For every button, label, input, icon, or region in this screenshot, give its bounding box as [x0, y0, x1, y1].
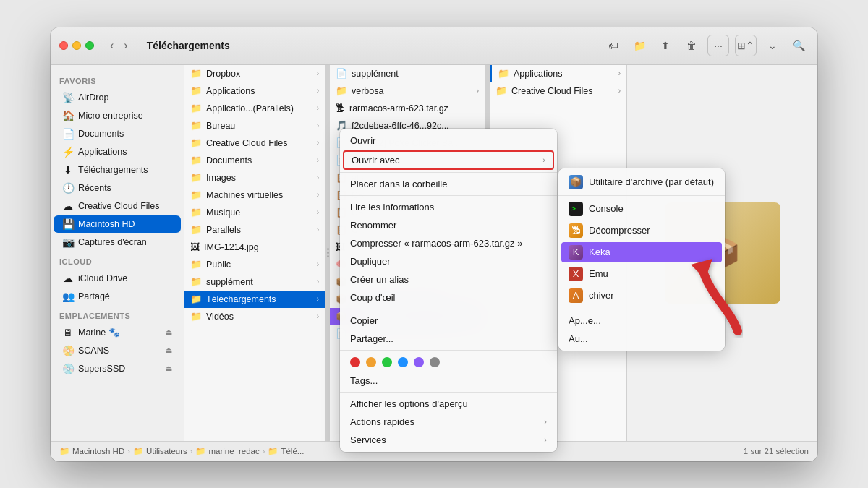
column-1: 📁Dropbox› 📁Applications› 📁Applicatio...(… [184, 65, 326, 441]
menu-item-open-with[interactable]: Ouvrir avec › [343, 150, 554, 170]
icloud-drive-icon: ☁ [62, 273, 74, 284]
menu-item-compress[interactable]: Compresser « rarmacos-arm-623.tar.gz » [340, 234, 557, 252]
chevron-down-icon[interactable]: ⌄ [762, 35, 783, 56]
list-item[interactable]: 📁Dropbox› [184, 65, 325, 82]
share-icon[interactable]: ⬆ [655, 35, 676, 56]
list-item[interactable]: 📁supplément› [184, 273, 325, 291]
back-button[interactable]: ‹ [106, 36, 118, 55]
menu-item-rename[interactable]: Renommer [340, 216, 557, 234]
folder-icon: 📁 [190, 155, 202, 166]
breadcrumb-item[interactable]: 📁 Télé... [268, 446, 304, 456]
submenu-item-keka[interactable]: K Keka [561, 242, 722, 262]
sidebar-item-icloud-drive[interactable]: ☁ iCloud Drive [54, 270, 181, 287]
menu-item-duplicate[interactable]: Dupliquer [340, 252, 557, 270]
sidebar-item-downloads[interactable]: ⬇ Téléchargements [54, 161, 181, 179]
fullscreen-button[interactable] [85, 41, 94, 50]
sidebar-item-label: Micro entreprise [78, 111, 143, 121]
folder-icon: 📁 [190, 207, 202, 218]
tag-red[interactable] [350, 357, 360, 367]
menu-item-share[interactable]: Partager... [340, 330, 557, 348]
submenu-item-ap[interactable]: Ap...e... [558, 312, 725, 330]
list-item[interactable]: 📁Musique› [184, 204, 325, 221]
sidebar-item-airdrop[interactable]: 📡 AirDrop [54, 89, 181, 106]
icloud-header: iCloud [51, 252, 184, 269]
tag-orange[interactable] [366, 357, 376, 367]
menu-item-open[interactable]: Ouvrir [340, 132, 557, 150]
trash-icon[interactable]: 🗑 [681, 35, 702, 56]
supersssd-icon: 💿 [62, 363, 74, 374]
archive-icon: 🗜 [336, 103, 345, 114]
menu-item-services[interactable]: Services › [340, 431, 557, 449]
menu-item-quicklook[interactable]: Coup d'œil [340, 288, 557, 307]
list-item[interactable]: 📁Applications› [490, 65, 626, 82]
minimize-button[interactable] [72, 41, 81, 50]
sidebar-item-scans[interactable]: 📀 SCANS ⏏ [54, 342, 181, 359]
sidebar-item-micro[interactable]: 🏠 Micro entreprise [54, 107, 181, 124]
breadcrumb-item[interactable]: 📁 Macintosh HD [59, 446, 124, 456]
list-item[interactable]: 🖼IMG-1214.jpg [184, 239, 325, 256]
list-item[interactable]: 📁Documents› [184, 152, 325, 169]
submenu-item-au[interactable]: Au... [558, 330, 725, 348]
submenu-item-decompress[interactable]: 🗜 Décompresser [558, 220, 725, 241]
sidebar-item-supersssd[interactable]: 💿 SupersSSD ⏏ [54, 360, 181, 377]
list-item[interactable]: 📁Public› [184, 256, 325, 273]
search-icon[interactable]: 🔍 [788, 35, 809, 56]
folder-icon: 📁 [190, 276, 202, 287]
finder-window: ‹ › Téléchargements 🏷 📁 ⬆ 🗑 ··· ⊞⌃ ⌄ 🔍 F… [51, 27, 817, 461]
sidebar-item-macintosh-hd[interactable]: 💾 Macintosh HD [54, 215, 181, 233]
folder-icon[interactable]: 📁 [629, 35, 650, 56]
doc-icon: 📄 [336, 68, 347, 79]
selection-count: 1 sur 21 sélection [744, 447, 809, 455]
list-item[interactable]: 🗜rarmacos-arm-623.tar.gz [330, 100, 485, 117]
tag-gray[interactable] [430, 357, 440, 367]
toolbar: ‹ › Téléchargements 🏷 📁 ⬆ 🗑 ··· ⊞⌃ ⌄ 🔍 [51, 27, 817, 65]
menu-item-trash[interactable]: Placer dans la corbeille [340, 175, 557, 193]
menu-item-quick-actions[interactable]: Actions rapides › [340, 413, 557, 431]
tag-green[interactable] [382, 357, 392, 367]
submenu-item-console[interactable]: >_ Console [558, 198, 725, 220]
tag-icon[interactable]: 🏷 [603, 35, 624, 56]
sidebar-item-documents[interactable]: 📄 Documents [54, 125, 181, 142]
list-item[interactable]: 📁Vidéos› [184, 308, 325, 325]
context-menu: Ouvrir Ouvrir avec › Placer dans la corb… [340, 129, 557, 452]
forward-button[interactable]: › [119, 36, 132, 55]
menu-item-tags[interactable]: Tags... [340, 372, 557, 390]
menu-item-copy[interactable]: Copier [340, 312, 557, 330]
submenu-item-archiver[interactable]: A chiver [558, 285, 725, 307]
menu-item-preview-options[interactable]: Afficher les options d'aperçu [340, 395, 557, 413]
list-item[interactable]: 📁verbosa› [330, 82, 485, 100]
tag-purple[interactable] [414, 357, 424, 367]
xemu-icon: X [569, 267, 583, 281]
list-item[interactable]: 📁Creative Cloud Files› [490, 82, 626, 100]
sidebar: Favoris 📡 AirDrop 🏠 Micro entreprise 📄 D… [51, 65, 184, 441]
eject-icon-ssd[interactable]: ⏏ [165, 364, 172, 373]
tag-blue[interactable] [398, 357, 408, 367]
breadcrumb-item[interactable]: 📁 marine_redac [195, 446, 259, 456]
list-item[interactable]: 📁Parallels› [184, 221, 325, 239]
submenu-item-xemu[interactable]: X Emu [558, 263, 725, 285]
list-item[interactable]: 📁Images› [184, 169, 325, 187]
sidebar-item-marine[interactable]: 🖥 Marine 🐾 ⏏ [54, 324, 181, 341]
sidebar-item-recents[interactable]: 🕐 Récents [54, 179, 181, 197]
list-item[interactable]: 📁Applicatio...(Parallels)› [184, 100, 325, 117]
sidebar-item-shared[interactable]: 👥 Partagé [54, 288, 181, 305]
sidebar-item-screenshots[interactable]: 📷 Captures d'écran [54, 234, 181, 251]
close-button[interactable] [59, 41, 68, 50]
list-item-telecharements-selected[interactable]: 📁Téléchargements› [184, 291, 325, 308]
eject-icon[interactable]: ⏏ [165, 328, 172, 337]
more-button[interactable]: ··· [708, 35, 728, 56]
menu-item-info[interactable]: Lire les informations [340, 198, 557, 216]
list-item[interactable]: 📁Bureau› [184, 117, 325, 134]
sidebar-item-creative-cloud[interactable]: ☁ Creative Cloud Files [54, 197, 181, 215]
breadcrumb-item[interactable]: 📁 Utilisateurs [133, 446, 187, 456]
list-item[interactable]: 📄supplément [330, 65, 485, 82]
list-item[interactable]: 📁Machines virtuelles› [184, 187, 325, 204]
menu-item-alias[interactable]: Créer un alias [340, 270, 557, 288]
sidebar-item-applications[interactable]: ⚡ Applications [54, 143, 181, 160]
list-item[interactable]: 📁Creative Cloud Files› [184, 134, 325, 152]
list-item[interactable]: 📁Applications› [184, 82, 325, 100]
window-title: Téléchargements [147, 40, 230, 51]
view-button[interactable]: ⊞⌃ [736, 35, 756, 56]
submenu-item-archive-utility[interactable]: 📦 Utilitaire d'archive (par défaut) [558, 171, 725, 193]
eject-icon-scans[interactable]: ⏏ [165, 346, 172, 355]
